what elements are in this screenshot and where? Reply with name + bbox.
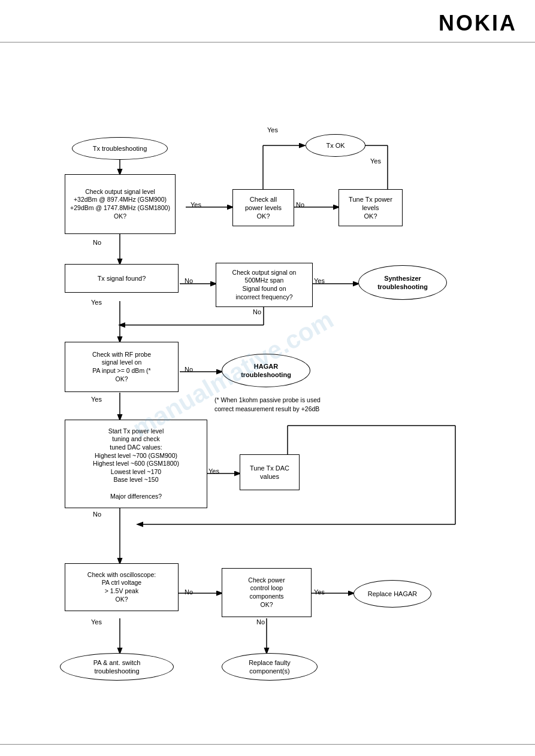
label-yes-tune-to-txok: Yes bbox=[370, 157, 381, 165]
label-yes-500-to-synth: Yes bbox=[314, 277, 325, 284]
header: NOKIA bbox=[0, 0, 535, 42]
label-no-checkall-to-tune: No bbox=[296, 201, 304, 208]
label-yes-check-all-to-txok: Yes bbox=[267, 126, 278, 133]
label-yes-signal-found: Yes bbox=[91, 299, 102, 306]
nokia-logo: NOKIA bbox=[439, 11, 517, 36]
tx-signal-found-node: Tx signal found? bbox=[65, 264, 179, 293]
start-tx-power-node: Start Tx power level tuning and check tu… bbox=[65, 420, 207, 508]
tx-ok-node: Tx OK bbox=[306, 134, 365, 157]
check-output-500-node: Check output signal on 500MHz span Signa… bbox=[216, 263, 313, 307]
check-oscilloscope-node: Check with oscilloscope: PA ctrl voltage… bbox=[65, 563, 179, 611]
check-power-control-node: Check power control loop components OK? bbox=[222, 568, 312, 617]
tx-troubleshooting-node: Tx troubleshooting bbox=[72, 137, 168, 160]
tune-tx-power-node: Tune Tx power levels OK? bbox=[338, 189, 403, 226]
label-no-signal-to-500: No bbox=[185, 277, 193, 284]
footer-line bbox=[0, 744, 535, 745]
flowchart: Tx troubleshooting Tx OK Yes Yes Check o… bbox=[0, 48, 535, 743]
label-no-rfprobe-to-hagar: No bbox=[185, 366, 193, 373]
replace-faulty-node: Replace faulty component(s) bbox=[222, 653, 318, 681]
label-yes-starttx-to-dac: Yes bbox=[208, 467, 219, 475]
check-rf-probe-node: Check with RF probe signal level on PA i… bbox=[65, 342, 179, 392]
note-1kohm: (* When 1kohm passive probe is used corr… bbox=[214, 396, 382, 413]
replace-hagar-node: Replace HAGAR bbox=[353, 580, 431, 608]
check-output-level-node: Check output signal level +32dBm @ 897.4… bbox=[65, 174, 176, 234]
label-yes-power-to-replacehagar: Yes bbox=[314, 588, 325, 596]
label-no-osc-to-power: No bbox=[185, 588, 193, 596]
tune-tx-dac-node: Tune Tx DAC values bbox=[240, 454, 300, 490]
synthesizer-node: Synthesizer troubleshooting bbox=[358, 265, 447, 300]
hagar-troubleshooting-node: HAGAR troubleshooting bbox=[222, 354, 310, 387]
label-yes-osc-to-pa: Yes bbox=[91, 618, 102, 626]
check-all-power-node: Check all power levels OK? bbox=[232, 189, 294, 226]
label-no-power-to-faulty: No bbox=[256, 618, 265, 626]
pa-ant-switch-node: PA & ant. switch troubleshooting bbox=[60, 653, 174, 681]
label-no-starttx-down: No bbox=[93, 511, 101, 518]
label-no-output-to-signal: No bbox=[93, 239, 101, 246]
label-yes-rfprobe-down: Yes bbox=[91, 396, 102, 403]
label-no-500-down: No bbox=[253, 308, 261, 315]
label-yes-output-to-checkall: Yes bbox=[191, 201, 201, 208]
